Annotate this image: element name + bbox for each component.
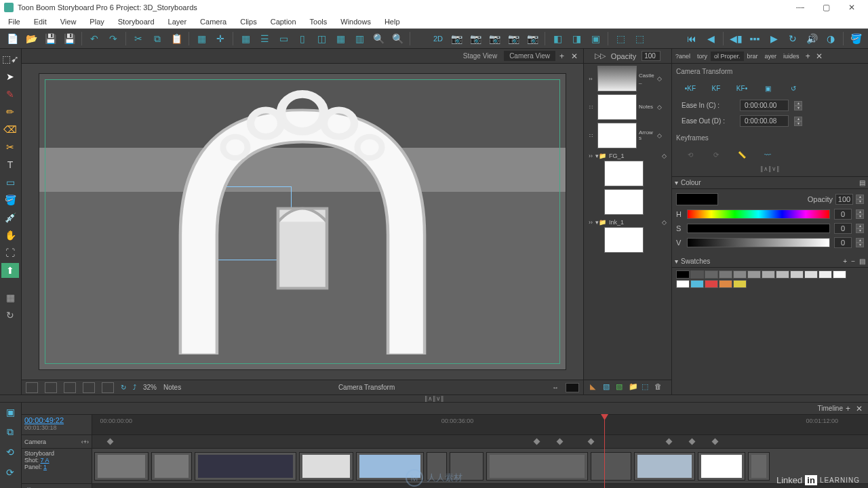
- add-3d-icon[interactable]: ⬚: [642, 382, 652, 393]
- kf-fit-icon[interactable]: ▣: [759, 81, 776, 96]
- val-slider[interactable]: [687, 238, 830, 247]
- camera-tool-icon[interactable]: ⬆: [1, 263, 19, 278]
- kf-add-icon[interactable]: KF: [707, 81, 725, 96]
- keyframe-dot[interactable]: [665, 439, 672, 445]
- timeline-clip[interactable]: [94, 452, 149, 481]
- timeline-add-icon[interactable]: +: [843, 404, 853, 413]
- swatch[interactable]: [676, 280, 690, 288]
- add-vector-icon[interactable]: ▧: [603, 382, 614, 393]
- layer-handle-icon[interactable]: ∷: [586, 104, 595, 110]
- swatches-header[interactable]: Swatches + − ▤: [672, 256, 868, 268]
- keyframe-dot[interactable]: [712, 439, 719, 445]
- thumb-grid-icon[interactable]: ▦: [237, 30, 254, 47]
- menu-layer[interactable]: Layer: [163, 16, 193, 27]
- paint-bucket-icon[interactable]: 🪣: [848, 30, 864, 47]
- rtab-story[interactable]: tory: [694, 52, 711, 61]
- add-bitmap-icon[interactable]: ▧: [616, 382, 627, 393]
- layer-a-icon[interactable]: ◧: [549, 30, 566, 47]
- layer-thumb[interactable]: [604, 227, 644, 253]
- timeline-ruler[interactable]: 00:00:00:00 00:00:36:00 00:01:12:00: [92, 415, 868, 434]
- add-layer-icon[interactable]: ◣: [590, 382, 601, 393]
- prev-panel-icon[interactable]: ◀▮: [728, 30, 744, 47]
- span-icon[interactable]: ▪▪▪: [747, 30, 763, 47]
- cam-c-icon[interactable]: 📷: [486, 30, 502, 47]
- cam-d-icon[interactable]: 📷: [505, 30, 521, 47]
- menu-windows[interactable]: Windows: [335, 16, 376, 27]
- viewport-canvas[interactable]: [22, 64, 583, 380]
- minimize-button[interactable]: —: [788, 1, 812, 14]
- column-icon[interactable]: ▥: [351, 30, 368, 47]
- snap-icon[interactable]: ✛: [212, 30, 229, 47]
- vs-resize-icon[interactable]: ↔: [552, 384, 559, 391]
- open-icon[interactable]: 📂: [23, 30, 39, 47]
- swatch[interactable]: [833, 270, 846, 279]
- timeline-clip[interactable]: [698, 452, 745, 481]
- swatch[interactable]: [719, 280, 732, 288]
- sat-slider[interactable]: [687, 224, 830, 233]
- tab-stage-view[interactable]: Stage View: [458, 51, 502, 61]
- new-icon[interactable]: 📄: [4, 30, 20, 47]
- cam-e-icon[interactable]: 📷: [524, 30, 540, 47]
- camera-track[interactable]: [92, 435, 868, 448]
- add-group-icon[interactable]: 📁: [629, 382, 639, 393]
- swatch[interactable]: [747, 270, 761, 279]
- layer-row[interactable]: ∷ Arrows ◇: [586, 123, 669, 148]
- menu-tools[interactable]: Tools: [304, 16, 333, 27]
- vs-grid-icon[interactable]: [26, 382, 38, 393]
- colour-opacity-stepper[interactable]: ▴▾: [856, 195, 864, 204]
- group-expand-icon[interactable]: ››: [589, 219, 593, 226]
- panel-value[interactable]: 1: [43, 464, 47, 470]
- layer-b-icon[interactable]: ◨: [568, 30, 585, 47]
- refresh-tool-icon[interactable]: ↻: [1, 308, 19, 323]
- swatch[interactable]: [690, 270, 704, 279]
- tl-tool-a-icon[interactable]: ▣: [1, 405, 19, 419]
- zoom-level[interactable]: 32%: [143, 384, 157, 391]
- keyframe-dot[interactable]: [588, 439, 595, 445]
- text-tool-icon[interactable]: T: [1, 157, 19, 172]
- zoom-out-icon[interactable]: 🔍: [389, 30, 406, 47]
- swatch[interactable]: [818, 270, 832, 279]
- kf-curve-icon[interactable]: 〰: [759, 147, 776, 162]
- colour-opacity-value[interactable]: 100: [835, 194, 853, 205]
- rtab-close-icon[interactable]: ✕: [813, 52, 825, 61]
- swatch[interactable]: [776, 270, 789, 279]
- rtab-library[interactable]: brar: [744, 52, 762, 61]
- timeline-clip[interactable]: [299, 452, 353, 481]
- view-close-icon[interactable]: ✕: [568, 52, 580, 61]
- copy-icon[interactable]: ⧉: [149, 30, 165, 47]
- sat-value[interactable]: 0: [834, 223, 852, 234]
- group-expand-icon[interactable]: ››: [589, 152, 593, 159]
- layer-c-icon[interactable]: ▣: [587, 30, 604, 47]
- tab-camera-view[interactable]: Camera View: [504, 51, 555, 61]
- timeline-clip[interactable]: [195, 452, 296, 481]
- menu-view[interactable]: View: [55, 16, 82, 27]
- current-colour-swatch[interactable]: [676, 193, 718, 205]
- prev-frame-icon[interactable]: ◀: [703, 30, 719, 47]
- vs-aspect-icon[interactable]: [83, 382, 95, 393]
- layer-vis-icon[interactable]: ◇: [657, 104, 662, 110]
- hand-tool-icon[interactable]: ✋: [1, 228, 19, 243]
- dropper-tool-icon[interactable]: 💉: [1, 210, 19, 225]
- val-stepper[interactable]: ▴▾: [856, 238, 864, 247]
- 3d-a-icon[interactable]: ⬚: [612, 30, 629, 47]
- eraser-tool-icon[interactable]: ⌫: [1, 122, 19, 137]
- layer-group-fg1[interactable]: ›› ▾📁 FG_1 ◇: [586, 151, 669, 161]
- keyframe-dot[interactable]: [688, 439, 695, 445]
- swatch[interactable]: [690, 280, 704, 288]
- menu-caption[interactable]: Caption: [265, 16, 302, 27]
- keyframe-dot[interactable]: [106, 439, 113, 445]
- cutter-tool-icon[interactable]: ✂: [1, 140, 19, 155]
- maximize-button[interactable]: ▢: [814, 1, 838, 14]
- grid1-icon[interactable]: ▦: [193, 30, 210, 47]
- rtab-layer[interactable]: ayer: [762, 52, 781, 61]
- vs-swatch-icon[interactable]: [566, 383, 579, 392]
- brush-tool-icon[interactable]: ✎: [1, 87, 19, 102]
- loop-icon[interactable]: ↻: [785, 30, 801, 47]
- swatch-menu-icon[interactable]: ▤: [859, 258, 865, 265]
- menu-play[interactable]: Play: [84, 16, 109, 27]
- timeline-clip[interactable]: [634, 452, 695, 481]
- notes-label[interactable]: Notes: [163, 384, 181, 391]
- select-tool-icon[interactable]: ⬚➹: [1, 52, 19, 66]
- swatch[interactable]: [705, 270, 718, 279]
- timeline-close-icon[interactable]: ✕: [853, 404, 865, 413]
